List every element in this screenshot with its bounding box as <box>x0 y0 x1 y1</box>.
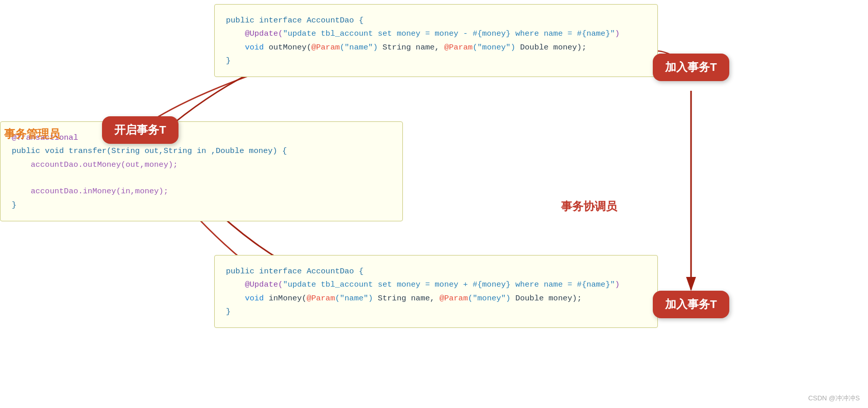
code-left-close: } <box>12 200 16 210</box>
code-bottom-str: "update tbl_account set money = money + … <box>283 280 615 289</box>
badge-join-transaction-bottom: 加入事务T <box>653 291 729 318</box>
code-bottom-ann: @Update( <box>245 280 283 289</box>
transaction-manager-label: 事务管理员 <box>4 126 60 142</box>
code-left-out: accountDao.outMoney(out,money); <box>31 160 177 169</box>
code-top-line1: public interface AccountDao { <box>226 16 364 25</box>
code-box-top: public interface AccountDao { @Update("u… <box>214 4 658 77</box>
code-top-void: void <box>245 43 264 52</box>
watermark: CSDN @冲冲冲S <box>808 394 860 403</box>
badge-join-transaction-top: 加入事务T <box>653 54 729 81</box>
code-top-str: "update tbl_account set money = money - … <box>283 29 615 38</box>
code-top-ann: @Update( <box>245 29 283 38</box>
code-box-left: @Transactional public void transfer(Stri… <box>0 121 403 221</box>
coordinator-label: 事务协调员 <box>561 199 617 214</box>
diagram-container: public interface AccountDao { @Update("u… <box>0 0 868 408</box>
code-bottom-void: void <box>245 294 264 303</box>
code-left-in: accountDao.inMoney(in,money); <box>31 187 168 196</box>
code-box-bottom: public interface AccountDao { @Update("u… <box>214 255 658 328</box>
badge-start-transaction: 开启事务T <box>102 116 178 144</box>
code-bottom-line1: public interface AccountDao { <box>226 267 364 276</box>
code-left-line2: public void transfer(String out,String i… <box>12 146 287 156</box>
